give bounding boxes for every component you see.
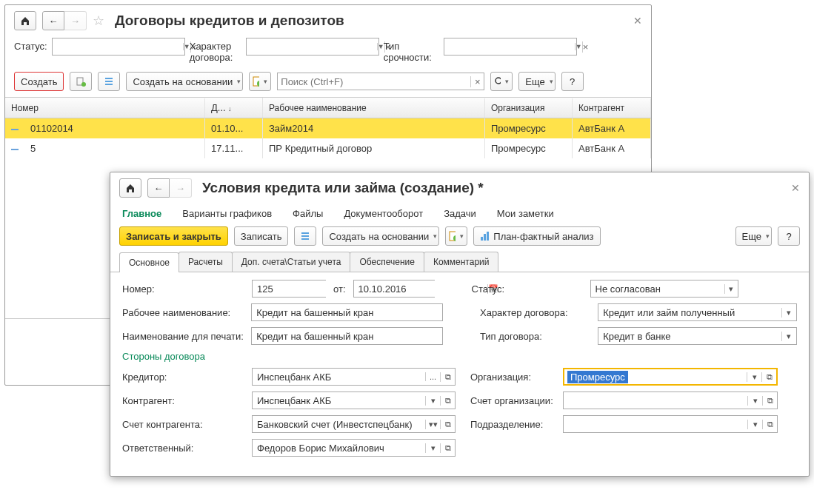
org-field[interactable]: Промресурс▾⧉: [563, 368, 778, 386]
list-button[interactable]: [98, 72, 120, 91]
col-name[interactable]: Рабочее наименование: [263, 98, 485, 118]
home-button[interactable]: [119, 178, 141, 198]
toolbar: Создать Создать на основании × Еще ?: [5, 69, 651, 97]
more-button[interactable]: Еще: [518, 72, 555, 91]
printname-field[interactable]: [251, 327, 443, 345]
status-field[interactable]: ▾: [590, 280, 738, 298]
tab-variants[interactable]: Варианты графиков: [182, 208, 272, 219]
col-org[interactable]: Организация: [485, 98, 573, 118]
open-icon[interactable]: ⧉: [440, 420, 455, 429]
chevron-down-icon[interactable]: ▾: [781, 308, 796, 317]
sort-icon: ↓: [228, 105, 232, 112]
subtabs: Основное Расчеты Доп. счета\Статьи учета…: [110, 252, 809, 272]
creditor-field[interactable]: ...⧉: [252, 368, 456, 386]
create-button[interactable]: Создать: [14, 72, 64, 91]
forward-button[interactable]: →: [64, 11, 87, 30]
tab-workflow[interactable]: Документооборот: [344, 208, 423, 219]
open-icon[interactable]: ⧉: [761, 372, 776, 382]
more-button[interactable]: Еще: [735, 226, 772, 246]
tab-tasks[interactable]: Задачи: [444, 208, 476, 219]
find-button[interactable]: [490, 72, 513, 91]
printname-label: Наименование для печати:: [122, 331, 244, 342]
save-button[interactable]: Записать: [234, 226, 289, 246]
char-field[interactable]: ▾: [598, 303, 797, 321]
tab-main[interactable]: Главное: [122, 208, 161, 219]
kaacc-label: Счет контрагента:: [122, 419, 244, 430]
open-icon[interactable]: ⧉: [440, 372, 455, 382]
arrow-right-icon: →: [70, 16, 80, 27]
tab-files[interactable]: Файлы: [293, 208, 323, 219]
nav-buttons: ← →: [42, 11, 87, 30]
window-title: Условия кредита или займа (создание) *: [202, 180, 484, 196]
chevron-down-icon[interactable]: ▼: [575, 43, 582, 50]
search-input[interactable]: ×: [277, 73, 484, 90]
subtab-comment[interactable]: Комментарий: [424, 252, 499, 272]
create-based-button[interactable]: Создать на основании: [322, 226, 439, 246]
close-button[interactable]: ✕: [633, 15, 642, 27]
table-row[interactable]: 01102014 01.10... Займ2014 Промресурс Ав…: [5, 118, 651, 138]
home-icon: [125, 183, 136, 193]
filter-bar: Статус: ▼× Характер договора: ▼× Тип сро…: [5, 36, 651, 69]
forward-button[interactable]: →: [170, 178, 192, 198]
open-icon[interactable]: ⧉: [440, 443, 455, 453]
subtab-security[interactable]: Обеспечение: [350, 252, 424, 272]
nav-tabs: Главное Варианты графиков Файлы Документ…: [110, 204, 809, 226]
open-icon[interactable]: ⧉: [762, 396, 777, 406]
reports-button[interactable]: [249, 72, 271, 91]
col-date[interactable]: Д... ↓: [205, 98, 263, 118]
char-filter[interactable]: ▼×: [246, 38, 379, 56]
plan-fact-button[interactable]: План-фактный анализ: [473, 226, 600, 246]
back-button[interactable]: ←: [42, 11, 64, 30]
row-marker-icon: [11, 129, 19, 130]
chevron-down-icon[interactable]: ▾: [425, 443, 440, 453]
select-icon[interactable]: ...: [425, 372, 440, 381]
chart-icon: [480, 231, 490, 241]
type-field[interactable]: ▾: [598, 327, 797, 345]
reports-button[interactable]: [445, 226, 467, 246]
tab-notes[interactable]: Мои заметки: [497, 208, 554, 219]
kaacc-field[interactable]: ▾▾⧉: [252, 415, 456, 433]
back-button[interactable]: ←: [147, 178, 170, 198]
chevron-down-icon[interactable]: ▾: [747, 396, 762, 406]
ka-label: Контрагент:: [122, 395, 244, 406]
report-icon: [449, 231, 456, 241]
list-button[interactable]: [294, 226, 316, 246]
subtab-calc[interactable]: Расчеты: [179, 252, 233, 272]
favorite-icon[interactable]: ☆: [93, 13, 104, 29]
chevron-down-icon[interactable]: ▾: [724, 284, 738, 294]
copy-icon: [76, 76, 86, 87]
date-field[interactable]: 📅: [353, 280, 435, 298]
copy-button[interactable]: [70, 72, 92, 91]
save-close-button[interactable]: Записать и закрыть: [119, 226, 228, 246]
help-button[interactable]: ?: [778, 226, 800, 246]
create-based-button[interactable]: Создать на основании: [126, 72, 243, 91]
svg-point-1: [81, 82, 86, 87]
help-button[interactable]: ?: [561, 72, 584, 91]
subtab-main[interactable]: Основное: [119, 252, 179, 272]
chevron-down-icon[interactable]: ▾▾: [425, 420, 440, 429]
col-contractor[interactable]: Контрагент: [573, 98, 651, 118]
col-number[interactable]: Номер: [5, 98, 205, 118]
open-icon[interactable]: ⧉: [440, 396, 455, 406]
workname-field[interactable]: [251, 303, 443, 321]
dept-field[interactable]: ▾⧉: [563, 415, 778, 433]
open-icon[interactable]: ⧉: [762, 420, 777, 429]
clear-icon[interactable]: ×: [470, 76, 484, 87]
close-button[interactable]: ✕: [791, 182, 800, 194]
chevron-down-icon[interactable]: ▾: [781, 332, 796, 341]
nav-buttons: ← →: [147, 178, 192, 198]
clear-icon[interactable]: ×: [582, 41, 589, 53]
chevron-down-icon[interactable]: ▾: [747, 372, 761, 382]
list-icon: [300, 231, 310, 241]
number-field[interactable]: [252, 280, 326, 298]
type-filter[interactable]: ▼×: [444, 38, 577, 56]
table-row[interactable]: 5 17.11... ПР Кредитный договор Промресу…: [5, 138, 651, 158]
orgacc-field[interactable]: ▾⧉: [563, 392, 778, 409]
chevron-down-icon[interactable]: ▾: [747, 420, 762, 429]
chevron-down-icon[interactable]: ▾: [425, 396, 440, 406]
resp-field[interactable]: ▾⧉: [252, 439, 456, 457]
ka-field[interactable]: ▾⧉: [252, 392, 456, 409]
status-filter[interactable]: ▼×: [52, 38, 185, 56]
home-button[interactable]: [14, 11, 36, 30]
subtab-accounts[interactable]: Доп. счета\Статьи учета: [232, 252, 351, 272]
